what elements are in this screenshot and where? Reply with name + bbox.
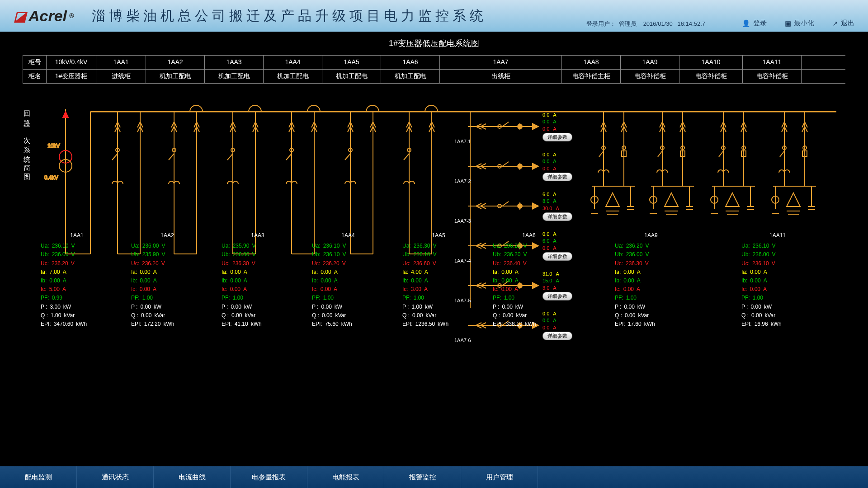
svg-line-28 xyxy=(286,154,292,160)
system-title: 淄博柴油机总公司搬迁及产品升级项目电力监控系统 xyxy=(92,7,487,25)
detail-button[interactable]: 详细参数 xyxy=(542,133,572,141)
svg-line-13 xyxy=(112,154,118,160)
cabinet-no-cell: 1AA9 xyxy=(621,56,679,69)
nav-item[interactable]: 配电监测 xyxy=(0,466,77,488)
nav-item[interactable]: 电参量报表 xyxy=(231,466,307,488)
cabinet-name-cell: 电容补偿柜 xyxy=(679,70,743,83)
brand-text: Acrel xyxy=(28,7,67,25)
exit-icon: ↗ xyxy=(832,19,838,28)
feeder-branch: 1AA7-2 0.0A 0.0A 0.0A 详细参数 xyxy=(470,154,583,193)
measurement-row: 1AA1 Ua:236.10V Ub:236.00V Uc:236.20V Ia… xyxy=(36,231,565,328)
detail-button[interactable]: 详细参数 xyxy=(542,212,572,221)
svg-line-33 xyxy=(345,154,350,160)
svg-text:10kV: 10kV xyxy=(47,143,60,149)
svg-line-107 xyxy=(502,162,509,166)
cabinet-name-cell: 机加工配电 xyxy=(205,70,264,83)
feeder-label: 1AA7-6 xyxy=(454,338,471,343)
exit-button[interactable]: ↗退出 xyxy=(832,19,854,28)
row-label: 柜号 xyxy=(23,56,47,69)
nav-item[interactable]: 报警监控 xyxy=(384,466,461,488)
cabinet-name-row: 柜名 1#变压器柜进线柜机加工配电机加工配电机加工配电机加工配电机加工配电出线柜… xyxy=(23,70,845,84)
diagram-area: 柜号 10kV/0.4kV1AA11AA21AA31AA41AA51AA61AA… xyxy=(0,55,868,399)
cabinet-name-cell: 电容补偿柜 xyxy=(743,70,802,83)
block-id: 1AA3 xyxy=(222,231,294,240)
measurement-block: 1AA5 Ua:236.30V Ub:236.10V Uc:236.60V Ia… xyxy=(402,231,475,328)
svg-line-38 xyxy=(404,154,409,160)
svg-marker-5 xyxy=(63,112,68,117)
detail-button[interactable]: 详细参数 xyxy=(542,332,572,340)
svg-text:0.4kV: 0.4kV xyxy=(44,174,58,181)
measurement-row-extra: 1AA9 Ua:236.20V Ub:236.00V Uc:236.30V Ia… xyxy=(610,231,814,328)
cabinet-no-cell: 1AA8 xyxy=(562,56,621,69)
cabinet-no-cell: 1AA11 xyxy=(743,56,802,69)
user-icon: 👤 xyxy=(742,19,750,28)
feeder-label: 1AA7-2 xyxy=(454,178,471,184)
cabinet-no-cell: 1AA2 xyxy=(146,56,205,69)
cabinet-no-cell: 1AA4 xyxy=(264,56,322,69)
nav-footer: 配电监测通讯状态电流曲线电参量报表电能报表报警监控用户管理 xyxy=(0,466,868,488)
minimize-icon: ▣ xyxy=(785,19,791,28)
feeder-label: 1AA7-1 xyxy=(454,139,471,144)
svg-line-18 xyxy=(169,154,174,160)
measurement-block: 1AA1 Ua:236.10V Ub:236.00V Uc:236.20V Ia… xyxy=(41,231,113,328)
cabinet-name-cell: 机加工配电 xyxy=(146,70,205,83)
cabinet-no-cell: 1AA7 xyxy=(440,56,562,69)
measurement-block: 1AA3 Ua:235.90V Ub:236.00V Uc:236.30V Ia… xyxy=(222,231,294,328)
cabinet-no-cell: 1AA10 xyxy=(679,56,743,69)
svg-line-43 xyxy=(599,151,604,157)
cabinet-name-cell: 1#变压器柜 xyxy=(47,70,96,83)
cabinet-no-cell: 1AA5 xyxy=(322,56,381,69)
measurement-block: 1AA11 Ua:236.10V Ub:236.00V Uc:236.10V I… xyxy=(741,231,814,328)
page-subtitle: 1#变压器低压配电系统图 xyxy=(0,38,868,49)
cabinet-no-cell: 1AA1 xyxy=(96,56,146,69)
feeder-values: 0.0A 0.0A 0.0A xyxy=(542,112,557,132)
nav-item[interactable]: 电能报表 xyxy=(307,466,384,488)
measurement-block: 1AA4 Ua:236.10V Ub:236.10V Uc:236.20V Ia… xyxy=(312,231,384,328)
cabinet-name-cell: 机加工配电 xyxy=(322,70,381,83)
feeder-values: 6.0A 8.0A 30.0A xyxy=(542,191,559,212)
feeder-branch: 1AA7-3 6.0A 8.0A 30.0A 详细参数 xyxy=(470,193,583,233)
svg-line-58 xyxy=(658,151,662,157)
svg-line-73 xyxy=(719,151,723,157)
header-bar: ◪ Acrel® 淄博柴油机总公司搬迁及产品升级项目电力监控系统 登录用户： 管… xyxy=(0,0,868,32)
cabinet-no-cell: 1AA6 xyxy=(381,56,440,69)
nav-item[interactable]: 用户管理 xyxy=(461,466,538,488)
cabinet-name-cell: 电容补偿柜 xyxy=(621,70,679,83)
feeder-branch: 1AA7-1 0.0A 0.0A 0.0A 详细参数 xyxy=(470,114,583,154)
feeder-values: 0.0A 0.0A 0.0A xyxy=(542,151,557,172)
svg-line-88 xyxy=(780,151,784,157)
block-id: 1AA11 xyxy=(741,231,814,240)
svg-line-102 xyxy=(502,122,509,127)
block-id: 1AA6 xyxy=(493,231,565,240)
feeder-label: 1AA7-3 xyxy=(454,218,471,224)
cabinet-name-cell: 进线柜 xyxy=(96,70,146,83)
brand-logo: ◪ Acrel® xyxy=(14,7,74,25)
nav-item[interactable]: 电流曲线 xyxy=(154,466,231,488)
svg-line-23 xyxy=(227,154,233,160)
cabinet-no-row: 柜号 10kV/0.4kV1AA11AA21AA31AA41AA51AA61AA… xyxy=(23,55,845,70)
block-id: 1AA9 xyxy=(615,231,687,240)
cabinet-no-cell: 1AA3 xyxy=(205,56,264,69)
detail-button[interactable]: 详细参数 xyxy=(542,173,572,181)
svg-line-112 xyxy=(502,202,509,206)
measurement-block: 1AA9 Ua:236.20V Ub:236.00V Uc:236.30V Ia… xyxy=(615,231,687,328)
cabinet-name-cell: 出线柜 xyxy=(440,70,562,83)
block-id: 1AA2 xyxy=(131,231,203,240)
cabinet-name-cell: 机加工配电 xyxy=(381,70,440,83)
measurement-block: 1AA2 Ua:236.00V Ub:235.90V Uc:236.20V Ia… xyxy=(131,231,203,328)
measurement-block: 1AA6 Ua:236.20V Ub:236.20V Uc:236.40V Ia… xyxy=(493,231,565,328)
minimize-button[interactable]: ▣最小化 xyxy=(785,19,814,28)
logo-icon: ◪ xyxy=(14,8,26,24)
cabinet-name-cell: 电容补偿主柜 xyxy=(562,70,621,83)
block-id: 1AA1 xyxy=(41,231,113,240)
block-id: 1AA5 xyxy=(402,231,475,240)
row-label: 柜名 xyxy=(23,70,47,83)
block-id: 1AA4 xyxy=(312,231,384,240)
login-button[interactable]: 👤登录 xyxy=(742,19,767,28)
nav-item[interactable]: 通讯状态 xyxy=(77,466,154,488)
user-info: 登录用户： 管理员 2016/01/30 16:14:52.7 xyxy=(586,20,705,28)
cabinet-no-cell: 10kV/0.4kV xyxy=(47,56,96,69)
cabinet-name-cell: 机加工配电 xyxy=(264,70,322,83)
